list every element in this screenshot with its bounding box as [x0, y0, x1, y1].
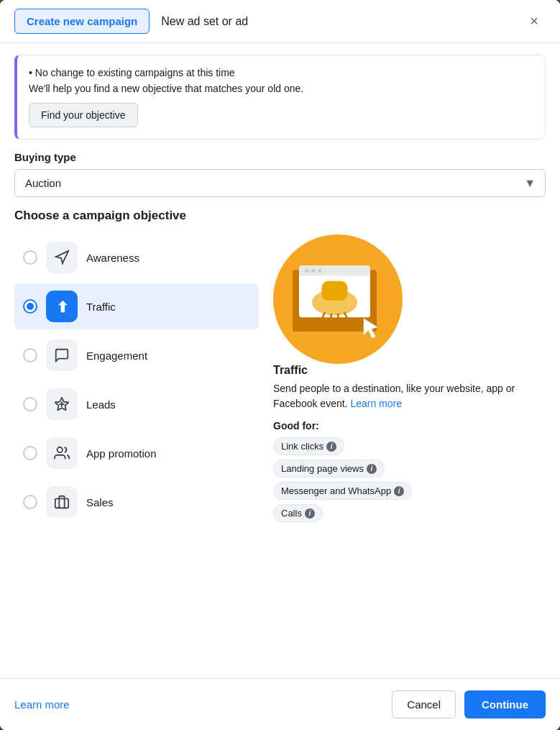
bullet-dot: •: [29, 67, 35, 78]
app-promotion-label: App promotion: [86, 447, 157, 460]
objective-detail-panel: Traffic Send people to a destination, li…: [273, 234, 546, 526]
radio-app-promotion: [23, 446, 37, 460]
info-icon-messenger[interactable]: i: [394, 486, 404, 496]
detail-title: Traffic: [273, 364, 308, 377]
objective-item-sales[interactable]: Sales: [14, 479, 259, 525]
radio-awareness: [23, 250, 37, 265]
objective-item-traffic[interactable]: Traffic: [14, 283, 259, 329]
tag-calls: Calls i: [273, 504, 323, 522]
leads-label: Leads: [86, 398, 116, 411]
create-campaign-modal: Create new campaign New ad set or ad × •…: [0, 0, 560, 730]
radio-sales: [23, 495, 37, 509]
buying-type-section: Buying type Auction ▼: [0, 151, 560, 197]
objective-item-leads[interactable]: Leads: [14, 381, 259, 427]
detail-learn-more-link[interactable]: Learn more: [350, 398, 402, 409]
footer-actions: Cancel Continue: [392, 690, 546, 718]
svg-point-11: [318, 269, 321, 273]
traffic-label: Traffic: [86, 301, 116, 313]
notice-text: We'll help you find a new objective that…: [29, 83, 533, 94]
radio-leads: [23, 397, 37, 411]
svg-point-10: [311, 269, 315, 273]
modal-header: Create new campaign New ad set or ad ×: [0, 0, 560, 43]
modal-footer: Learn more Cancel Continue: [0, 678, 560, 730]
engagement-label: Engagement: [86, 350, 147, 362]
traffic-icon: [46, 291, 78, 322]
app-promotion-icon: [46, 437, 78, 469]
footer-learn-more-link[interactable]: Learn more: [14, 698, 70, 711]
svg-rect-13: [322, 281, 348, 301]
objective-item-awareness[interactable]: Awareness: [14, 234, 259, 280]
close-button[interactable]: ×: [523, 10, 546, 33]
objective-section: Choose a campaign objective Awareness: [0, 209, 560, 678]
create-campaign-tab[interactable]: Create new campaign: [14, 9, 150, 34]
tag-link-clicks: Link clicks i: [273, 437, 344, 455]
continue-button[interactable]: Continue: [464, 690, 546, 718]
svg-point-3: [58, 447, 63, 452]
objective-layout: Awareness Traffic: [14, 234, 546, 526]
leads-icon: [46, 388, 78, 420]
awareness-label: Awareness: [86, 252, 139, 264]
objective-item-app-promotion[interactable]: App promotion: [14, 430, 259, 476]
notice-box: • No change to existing campaigns at thi…: [14, 55, 546, 140]
good-for-label: Good for:: [273, 420, 319, 432]
sales-label: Sales: [86, 496, 114, 508]
buying-type-select[interactable]: Auction: [14, 169, 546, 197]
tag-messenger-whatsapp: Messenger and WhatsApp i: [273, 482, 412, 500]
info-icon-calls[interactable]: i: [305, 508, 315, 519]
objective-section-title: Choose a campaign objective: [14, 209, 546, 223]
info-icon-link-clicks[interactable]: i: [326, 442, 336, 452]
objective-list: Awareness Traffic: [14, 234, 259, 526]
traffic-illustration: [273, 234, 403, 364]
radio-traffic: [23, 299, 37, 314]
find-objective-button[interactable]: Find your objective: [29, 103, 138, 127]
info-icon-landing-page[interactable]: i: [367, 464, 377, 474]
engagement-icon: [46, 339, 78, 371]
svg-rect-4: [55, 498, 68, 508]
cancel-button[interactable]: Cancel: [392, 690, 456, 718]
new-adset-tab[interactable]: New ad set or ad: [161, 15, 248, 28]
tag-landing-page-views: Landing page views i: [273, 460, 385, 478]
objective-item-engagement[interactable]: Engagement: [14, 332, 259, 378]
sales-icon: [46, 486, 78, 518]
svg-line-17: [338, 314, 339, 325]
buying-type-label: Buying type: [14, 151, 546, 163]
radio-engagement: [23, 348, 37, 362]
svg-line-16: [330, 314, 331, 325]
awareness-icon: [46, 242, 78, 273]
buying-type-select-wrapper: Auction ▼: [14, 169, 546, 197]
svg-rect-8: [299, 265, 370, 275]
detail-description: Send people to a destination, like your …: [273, 381, 546, 411]
radio-inner-traffic: [27, 303, 34, 310]
svg-point-9: [305, 269, 308, 273]
notice-bullet: • No change to existing campaigns at thi…: [29, 67, 533, 78]
